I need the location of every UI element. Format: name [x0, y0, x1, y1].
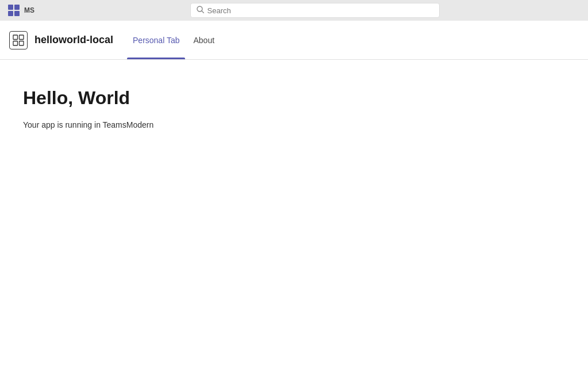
svg-rect-7 [20, 35, 24, 40]
tab-personal-tab[interactable]: Personal Tab [127, 21, 185, 59]
svg-rect-3 [14, 11, 20, 16]
svg-rect-2 [8, 11, 13, 16]
app-icon [9, 31, 28, 49]
svg-rect-6 [13, 35, 18, 40]
search-bar[interactable] [190, 3, 440, 18]
main-subtext: Your app is running in TeamsModern [23, 120, 565, 129]
ms-teams-icon [7, 3, 21, 17]
tabs-nav: Personal Tab About [127, 21, 220, 59]
tab-about[interactable]: About [187, 21, 220, 59]
grid-icon [13, 35, 24, 46]
svg-rect-1 [14, 5, 20, 10]
svg-rect-8 [13, 41, 18, 45]
main-content: Hello, World Your app is running in Team… [0, 60, 588, 367]
svg-rect-9 [20, 41, 24, 45]
top-bar: MS [0, 0, 588, 21]
svg-line-5 [202, 11, 204, 13]
search-input[interactable] [207, 6, 433, 15]
app-header: helloworld-local Personal Tab About [0, 21, 588, 60]
main-heading: Hello, World [23, 87, 565, 109]
svg-rect-0 [8, 5, 13, 10]
ms-logo-area: MS [7, 3, 41, 17]
ms-label: MS [24, 6, 34, 14]
search-icon [197, 6, 204, 15]
app-title: helloworld-local [34, 34, 113, 46]
